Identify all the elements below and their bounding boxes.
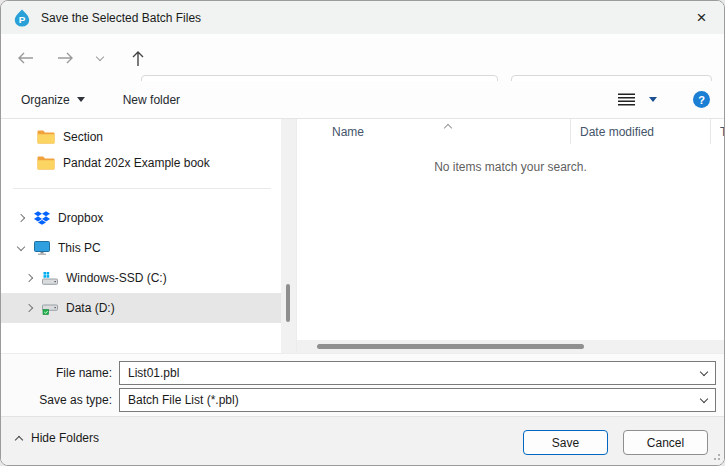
sidebar-scrollbar-thumb[interactable] <box>286 284 290 322</box>
sidebar-item-pandat-example-book[interactable]: Pandat 202x Example book <box>1 150 281 176</box>
column-header-name[interactable]: Name <box>297 119 571 144</box>
navigation-bar: « 1_Pa... Pandat 202x Example book <box>1 34 724 81</box>
navigation-pane: Section Pandat 202x Example book <box>1 119 281 353</box>
title-bar: P Save the Selected Batch Files × <box>1 1 724 34</box>
sidebar-item-dropbox[interactable]: Dropbox <box>1 203 281 233</box>
empty-results-message: No items match your search. <box>297 160 724 174</box>
sidebar-item-data-drive[interactable]: Data (D:) <box>1 293 281 323</box>
save-button[interactable]: Save <box>523 430 608 455</box>
hide-folders-label: Hide Folders <box>31 431 99 445</box>
horizontal-scrollbar[interactable] <box>297 340 724 353</box>
dropbox-icon <box>34 211 50 225</box>
command-toolbar: Organize New folder ? <box>1 81 724 119</box>
column-header-type[interactable]: Type <box>711 119 724 144</box>
sidebar-item-section[interactable]: Section <box>1 124 281 150</box>
back-icon[interactable] <box>16 49 34 67</box>
column-label: Date modified <box>580 125 654 139</box>
chevron-down-icon <box>77 97 85 102</box>
sidebar-separator <box>13 188 271 189</box>
data-drive-icon <box>42 302 58 315</box>
chevron-up-icon <box>15 435 23 443</box>
file-name-input[interactable] <box>128 366 695 380</box>
chevron-down-icon[interactable] <box>700 367 708 375</box>
chevron-right-icon[interactable] <box>24 305 34 311</box>
svg-text:P: P <box>19 14 26 25</box>
new-folder-button[interactable]: New folder <box>117 89 186 111</box>
resize-grip[interactable] <box>711 450 721 464</box>
window-title: Save the Selected Batch Files <box>41 11 201 25</box>
save-dialog-window: P Save the Selected Batch Files × « <box>0 0 725 466</box>
sidebar-item-label: Pandat 202x Example book <box>63 156 210 170</box>
file-name-combobox[interactable] <box>119 361 716 385</box>
column-label: Type <box>720 125 724 139</box>
forward-icon[interactable] <box>56 49 74 67</box>
chevron-right-icon[interactable] <box>24 275 34 281</box>
sidebar-item-label: Data (D:) <box>66 301 115 315</box>
close-icon[interactable]: × <box>679 1 724 34</box>
save-as-type-select[interactable]: Batch File List (*.pbl) <box>119 388 716 412</box>
views-dropdown-icon[interactable] <box>649 97 657 102</box>
computer-icon <box>34 241 50 255</box>
chevron-right-icon[interactable] <box>16 215 26 221</box>
content-area: Section Pandat 202x Example book <box>1 119 724 353</box>
dialog-footer: Hide Folders Save Cancel <box>1 416 724 466</box>
file-name-label: File name: <box>1 366 119 380</box>
windows-drive-icon <box>42 272 58 285</box>
chevron-down-icon[interactable] <box>16 247 26 250</box>
organize-button[interactable]: Organize <box>15 89 91 111</box>
recent-locations-chevron-icon[interactable] <box>91 49 109 67</box>
sidebar-item-label: Section <box>63 130 103 144</box>
column-header-date-modified[interactable]: Date modified <box>571 119 711 144</box>
hide-folders-button[interactable]: Hide Folders <box>16 431 99 445</box>
sidebar-item-this-pc[interactable]: This PC <box>1 233 281 263</box>
up-icon[interactable] <box>129 49 147 67</box>
folder-icon <box>37 130 55 144</box>
pandat-app-icon: P <box>13 9 31 27</box>
organize-label: Organize <box>21 93 70 107</box>
sidebar-scrollbar[interactable] <box>281 119 296 353</box>
save-as-type-label: Save as type: <box>1 393 119 407</box>
cancel-button[interactable]: Cancel <box>623 430 708 455</box>
new-folder-label: New folder <box>123 93 180 107</box>
view-options-icon[interactable] <box>618 93 635 106</box>
sidebar-item-windows-ssd[interactable]: Windows-SSD (C:) <box>1 263 281 293</box>
folder-icon <box>37 156 55 170</box>
save-as-type-value: Batch File List (*.pbl) <box>128 393 695 407</box>
help-button[interactable]: ? <box>693 91 710 108</box>
sidebar-item-label: This PC <box>58 241 101 255</box>
column-header-row: Name Date modified Type <box>297 119 724 144</box>
horizontal-scrollbar-thumb[interactable] <box>317 344 584 349</box>
file-list-panel: Name Date modified Type No items match y… <box>296 119 724 353</box>
sidebar-item-label: Dropbox <box>58 211 103 225</box>
file-fields-area: File name: Save as type: Batch File List… <box>1 353 724 416</box>
chevron-down-icon[interactable] <box>700 394 708 402</box>
column-label: Name <box>332 125 364 139</box>
sort-ascending-icon <box>445 120 451 134</box>
sidebar-item-label: Windows-SSD (C:) <box>66 271 167 285</box>
